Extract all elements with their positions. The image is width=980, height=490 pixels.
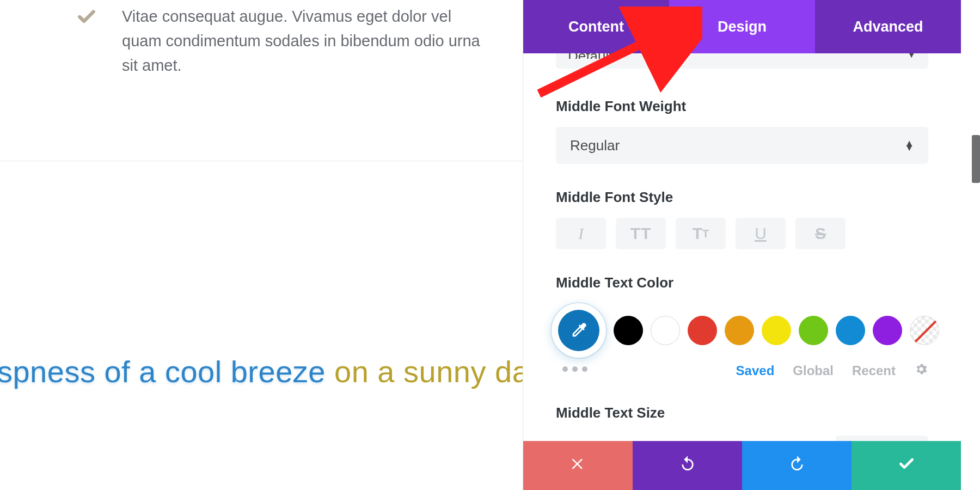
redo-button[interactable] bbox=[742, 441, 852, 490]
headline-after-text: on a sunny day bbox=[334, 354, 545, 389]
label-text-color: Middle Text Color bbox=[556, 274, 961, 291]
gear-icon[interactable] bbox=[914, 362, 928, 379]
save-button[interactable] bbox=[852, 441, 961, 490]
swatch-white[interactable] bbox=[651, 316, 680, 345]
eyedropper-icon bbox=[558, 310, 599, 351]
text-size-control: 0px bbox=[556, 436, 928, 441]
font-weight-select[interactable]: Regular ▲▼ bbox=[556, 127, 928, 164]
check-icon bbox=[76, 7, 97, 78]
swatch-red[interactable] bbox=[688, 316, 717, 345]
settings-tabs: Content Design Advanced bbox=[523, 0, 961, 53]
underline-button[interactable]: U bbox=[736, 218, 786, 249]
settings-scroll-area[interactable]: Default ▲▼ Middle Font Weight Regular ▲▼… bbox=[523, 53, 961, 441]
close-icon bbox=[570, 456, 586, 476]
middle-font-value: Default bbox=[568, 53, 612, 59]
swatch-tab-global[interactable]: Global bbox=[793, 363, 834, 378]
color-swatches bbox=[552, 303, 961, 358]
swatch-transparent[interactable] bbox=[910, 316, 939, 345]
swatch-orange[interactable] bbox=[725, 316, 754, 345]
text-size-value[interactable]: 0px bbox=[836, 436, 928, 441]
swatch-yellow[interactable] bbox=[762, 316, 791, 345]
swatch-purple[interactable] bbox=[873, 316, 902, 345]
tab-content[interactable]: Content bbox=[523, 0, 669, 53]
page-scrollbar-thumb[interactable] bbox=[972, 135, 980, 183]
label-font-style: Middle Font Style bbox=[556, 189, 961, 206]
module-settings-panel: Content Design Advanced Default ▲▼ Middl… bbox=[523, 0, 961, 490]
label-text-size: Middle Text Size bbox=[556, 405, 961, 421]
tab-design[interactable]: Design bbox=[669, 0, 815, 53]
color-picker-button[interactable] bbox=[552, 303, 606, 358]
middle-font-select[interactable]: Default ▲▼ bbox=[556, 53, 928, 69]
bullet-text: Vitae consequat augue. Vivamus eget dolo… bbox=[122, 4, 481, 78]
sort-icon: ▲▼ bbox=[904, 141, 914, 150]
cancel-button[interactable] bbox=[523, 441, 633, 490]
label-font-weight: Middle Font Weight bbox=[556, 98, 961, 115]
redo-icon bbox=[788, 455, 806, 476]
font-weight-value: Regular bbox=[570, 137, 620, 154]
typing-headline: ispness of a cool breeze on a sunny day bbox=[0, 354, 545, 389]
tab-advanced[interactable]: Advanced bbox=[815, 0, 961, 53]
swatch-blue[interactable] bbox=[836, 316, 865, 345]
strikethrough-button[interactable]: S bbox=[795, 218, 846, 249]
swatch-black[interactable] bbox=[614, 316, 643, 345]
swatch-tab-recent[interactable]: Recent bbox=[852, 363, 896, 378]
page-preview: Vitae consequat augue. Vivamus eget dolo… bbox=[0, 0, 523, 490]
bullet-item: Vitae consequat augue. Vivamus eget dolo… bbox=[0, 4, 523, 78]
uppercase-button[interactable]: TT bbox=[616, 218, 666, 249]
check-icon bbox=[898, 455, 915, 476]
swatch-green[interactable] bbox=[799, 316, 828, 345]
sort-icon: ▲▼ bbox=[906, 53, 916, 57]
italic-button[interactable]: I bbox=[556, 218, 606, 249]
undo-button[interactable] bbox=[633, 441, 742, 490]
section-divider bbox=[0, 161, 523, 161]
undo-icon bbox=[679, 455, 696, 476]
swatch-tab-saved[interactable]: Saved bbox=[736, 363, 775, 378]
smallcaps-button[interactable]: TT bbox=[676, 218, 726, 249]
font-style-buttons: I TT TT U S bbox=[556, 218, 961, 249]
headline-middle-text: ispness of a cool breeze bbox=[0, 354, 334, 389]
panel-footer bbox=[523, 441, 961, 490]
